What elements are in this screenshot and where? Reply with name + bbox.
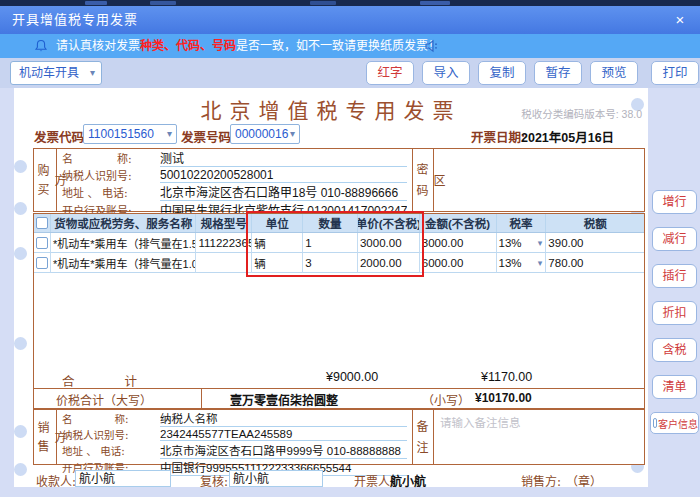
buyer-address-row: 地址 、 电话: 北京市海淀区杏石口路甲18号 010-88896666 xyxy=(57,183,412,201)
discount-button[interactable]: 折扣 xyxy=(652,301,697,325)
seller-section: 销售方 名 称: 纳税人名称 纳税人识别号: 2342445577TEAA245… xyxy=(33,409,645,465)
seller-taxid-row: 纳税人识别号: 2342445577TEAA245589 xyxy=(57,427,412,442)
decor-dot xyxy=(14,247,27,260)
chevron-down-icon: ▾ xyxy=(538,238,543,248)
import-button[interactable]: 导入 xyxy=(422,61,470,85)
background-taskbar-item xyxy=(420,1,450,5)
tax-included-button[interactable]: 含税 xyxy=(652,338,697,362)
list-button[interactable]: 清单 xyxy=(652,375,697,399)
amount-cell[interactable]: 6000.00 xyxy=(420,253,497,273)
col-rate: 税率 xyxy=(497,214,547,232)
total-with-tax: ¥10170.00 xyxy=(475,391,532,405)
reviewer-label: 复核: xyxy=(200,472,228,489)
buyer-address-input[interactable]: 北京市海淀区杏石口路甲18号 010-88896666 xyxy=(160,183,407,201)
total-tax: ¥1170.00 xyxy=(481,370,532,384)
unit-cell[interactable]: 辆 xyxy=(252,233,303,253)
invoice-mode-value: 机动车开具 xyxy=(19,66,79,80)
tax-total-row: 价税合计（大写） 壹万零壹佰柒拾圆整 （小写） ¥10170.00 xyxy=(33,389,645,409)
invoice-code-select[interactable]: 1100151560 ▾ xyxy=(83,124,177,144)
rate-cell[interactable]: 13%▾ xyxy=(497,233,547,253)
unit-cell[interactable]: 辆 xyxy=(252,253,303,273)
buyer-name-label: 名 称: xyxy=(57,150,160,166)
select-all-checkbox[interactable] xyxy=(36,217,48,229)
amount-cell[interactable]: 3000.00 xyxy=(420,233,497,253)
remark-label: 备注 xyxy=(412,410,434,464)
buyer-name-input[interactable]: 测试 xyxy=(160,149,407,167)
buyer-taxid-label: 纳税人识别号: xyxy=(57,167,160,183)
price-cell[interactable]: 3000.00 xyxy=(358,233,420,253)
table-header-row: 货物或应税劳务、服务名称 规格型号 单位 数量 单价(不含税) 金额(不含税) … xyxy=(34,214,644,233)
save-draft-button[interactable]: 暂存 xyxy=(534,61,582,85)
qty-cell[interactable]: 3 xyxy=(303,253,358,273)
seller-stamp-label: 销售方: xyxy=(521,472,561,489)
row-checkbox[interactable] xyxy=(36,257,48,269)
invoice-date-value: 2021年05月16日 xyxy=(521,127,614,146)
seller-taxid-label: 纳税人识别号: xyxy=(57,427,160,442)
seller-taxid-input[interactable]: 2342445577TEAA245589 xyxy=(160,428,407,441)
remove-row-button[interactable]: 减行 xyxy=(652,227,697,251)
buyer-address-label: 地址 、 电话: xyxy=(57,184,160,200)
invoice-number-value: 00000016 xyxy=(235,127,288,141)
lowercase-label: （小写） xyxy=(422,391,470,408)
remark-input[interactable]: 请输入备注信息 xyxy=(434,410,644,464)
col-tax: 税额 xyxy=(546,214,644,232)
buyer-taxid-input[interactable]: 50010220200528001 xyxy=(160,168,407,183)
toolbar: 机动车开具 ▾ 红字 导入 复制 暂存 预览 xyxy=(0,58,700,88)
payee-label: 收款人: xyxy=(36,472,76,489)
seller-name-row: 名 称: 纳税人名称 xyxy=(57,410,412,427)
notice-emphasis: 种类、代码、号码 xyxy=(140,39,236,53)
background-taskbar-item xyxy=(310,1,336,5)
payee-input[interactable]: 航小航 xyxy=(75,470,171,487)
tax-code-version: 税收分类编码版本号: 38.0 xyxy=(460,106,642,121)
row-select-cell xyxy=(34,233,51,253)
seller-address-input[interactable]: 北京市海淀区杏石口路甲9999号 010-88888888 xyxy=(160,442,407,459)
col-qty: 数量 xyxy=(303,214,358,232)
insert-row-button[interactable]: 插行 xyxy=(652,264,697,288)
copy-button[interactable]: 复制 xyxy=(478,61,526,85)
password-area-label: 密码区 xyxy=(412,149,434,211)
background-taskbar-item xyxy=(85,1,107,5)
customer-info-toggle[interactable]: 客户信息 xyxy=(650,412,699,434)
qty-cell[interactable]: 1 xyxy=(303,233,358,253)
speaker-icon[interactable] xyxy=(424,39,440,53)
col-goods-name: 货物或应税劳务、服务名称 xyxy=(51,214,197,232)
chevron-down-icon: ▾ xyxy=(538,258,543,268)
title-bar: 开具增值税专用发票 × xyxy=(0,6,700,34)
amount-in-words: 壹万零壹佰柒拾圆整 xyxy=(230,391,338,408)
remark-placeholder: 请输入备注信息 xyxy=(434,410,644,434)
customer-info-checkbox[interactable] xyxy=(653,418,657,428)
buyer-name-row: 名 称: 测试 xyxy=(57,149,412,167)
decor-dot xyxy=(14,202,27,215)
items-table: 货物或应税劳务、服务名称 规格型号 单位 数量 单价(不含税) 金额(不含税) … xyxy=(33,213,645,389)
invoice-date-label: 开票日期: xyxy=(471,127,525,146)
reviewer-input[interactable]: 航小航 xyxy=(229,470,323,487)
row-checkbox[interactable] xyxy=(36,237,48,249)
seller-name-input[interactable]: 纳税人名称 xyxy=(160,410,407,427)
seller-address-row: 地址 、 电话: 北京市海淀区杏石口路甲9999号 010-88888888 xyxy=(57,442,412,459)
table-row: *机动车*乘用车（排气量在1.0升以上 辆 3 2000.00 6000.00 … xyxy=(34,253,644,273)
price-cell[interactable]: 2000.00 xyxy=(358,253,420,273)
goods-name-cell[interactable]: *机动车*乘用车（排气量在1.5升以上 xyxy=(51,233,197,253)
notice-pre: 请认真核对发票 xyxy=(56,39,140,53)
red-letter-button[interactable]: 红字 xyxy=(366,61,414,85)
goods-name-cell[interactable]: *机动车*乘用车（排气量在1.0升以上 xyxy=(51,253,197,273)
seller-address-label: 地址 、 电话: xyxy=(57,443,160,458)
col-amount: 金额(不含税) xyxy=(420,214,497,232)
decor-dot xyxy=(14,463,27,476)
invoice-number-select[interactable]: 00000016 ▾ xyxy=(230,124,300,144)
preview-button[interactable]: 预览 xyxy=(590,61,638,85)
close-icon[interactable]: × xyxy=(670,10,690,30)
row-select-cell xyxy=(34,253,51,273)
window-title: 开具增值税专用发票 xyxy=(12,6,138,34)
tax-cell[interactable]: 780.00 xyxy=(546,253,644,273)
invoice-number-label: 发票号码: xyxy=(181,127,235,146)
spec-cell[interactable]: 1112223655 xyxy=(196,233,252,253)
tax-cell[interactable]: 390.00 xyxy=(546,233,644,253)
password-area xyxy=(434,149,644,211)
rate-cell[interactable]: 13%▾ xyxy=(497,253,547,273)
print-button[interactable]: 打印 xyxy=(651,61,699,85)
add-row-button[interactable]: 增行 xyxy=(652,190,697,214)
chevron-down-icon: ▾ xyxy=(290,125,295,143)
spec-cell[interactable] xyxy=(196,253,252,273)
invoice-mode-select[interactable]: 机动车开具 ▾ xyxy=(10,61,102,85)
